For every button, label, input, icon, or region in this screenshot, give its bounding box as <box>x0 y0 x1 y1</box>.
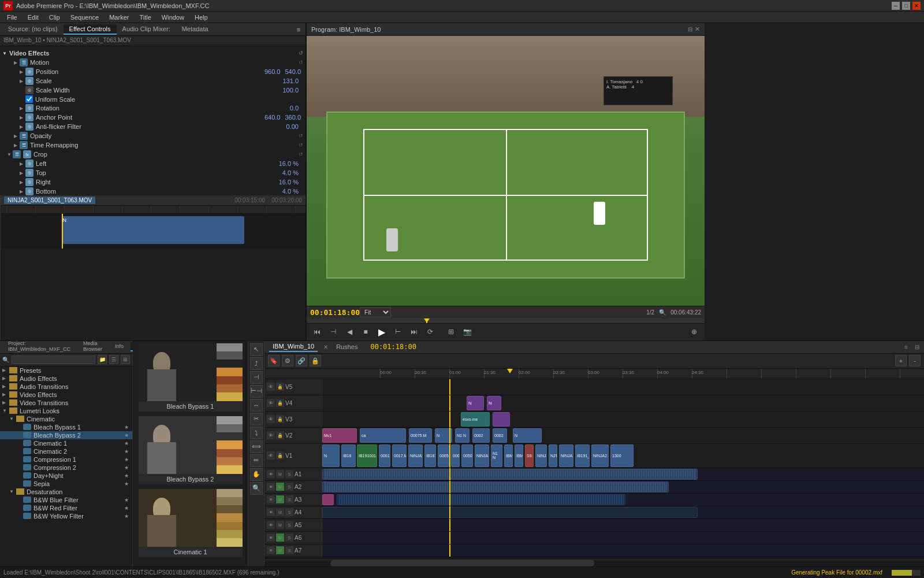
tree-item-video-transitions[interactable]: ▶ Video Transitions <box>0 399 132 407</box>
maximize-button[interactable]: □ <box>902 2 910 10</box>
v3-eye-button[interactable]: 👁 <box>267 415 275 423</box>
bleach-bypass-2-star[interactable]: ★ <box>124 432 130 438</box>
a2-eye-button[interactable]: 👁 <box>267 483 275 491</box>
new-folder-button[interactable]: 📁 <box>98 355 107 364</box>
v4-eye-button[interactable]: 👁 <box>267 399 275 407</box>
v1-clip-15[interactable]: S9:S <box>525 444 534 467</box>
a3-clip[interactable] <box>322 494 334 505</box>
time-remapping-reset[interactable]: ↺ <box>299 142 303 148</box>
a3-s-button[interactable]: S <box>285 495 293 503</box>
selection-tool-button[interactable]: ↖ <box>250 343 263 356</box>
step-back-button[interactable]: ⏮ <box>311 326 323 338</box>
v4-clip-2[interactable]: N <box>487 396 501 410</box>
menu-marker[interactable]: Marker <box>105 13 133 22</box>
a1-audio-clip[interactable] <box>322 469 698 480</box>
bleach-bypass-1-star[interactable]: ★ <box>124 424 130 430</box>
snap-button[interactable]: 🔗 <box>296 355 307 366</box>
v2-eye-button[interactable]: 👁 <box>267 431 275 439</box>
v1-clip-20[interactable]: NINJA2 <box>591 444 609 467</box>
razor-tool-button[interactable]: ✂ <box>250 413 263 425</box>
a6-s-button[interactable]: S <box>285 533 293 542</box>
motion-reset[interactable]: ↺ <box>299 60 303 65</box>
tree-item-compression-1[interactable]: Compression 1 ★ <box>0 455 132 464</box>
v3-lock-button[interactable]: 🔒 <box>276 415 284 423</box>
uniform-scale-checkbox[interactable] <box>25 95 33 103</box>
menu-window[interactable]: Window <box>157 13 189 22</box>
tree-item-bw-red[interactable]: B&W Red Filter ★ <box>0 504 132 512</box>
crop-row[interactable]: ▼ ☰ fx Crop ↺ <box>2 150 303 159</box>
tree-item-audio-effects[interactable]: ▶ Audio Effects <box>0 375 132 383</box>
linked-selection-button[interactable]: 🔒 <box>310 355 321 366</box>
motion-row[interactable]: ▶ ☰ Motion ↺ <box>2 58 303 67</box>
v1-clip-18[interactable]: NINJA2 <box>559 444 573 467</box>
v5-lock-button[interactable]: 🔒 <box>276 383 284 391</box>
tree-item-cinematic-1[interactable]: Cinematic 1 ★ <box>0 439 132 447</box>
v2-clip-3[interactable]: 00075.M <box>409 428 432 443</box>
cinematic-1-star[interactable]: ★ <box>124 440 130 446</box>
bw-blue-star[interactable]: ★ <box>124 497 130 503</box>
menu-clip[interactable]: Clip <box>44 13 65 22</box>
export-frame-button[interactable]: 📷 <box>461 326 473 338</box>
tree-item-cinematic-2[interactable]: Cinematic 2 ★ <box>0 447 132 455</box>
reset-icon[interactable]: ↺ <box>299 50 303 56</box>
position-x[interactable]: 960.0 <box>257 68 280 75</box>
bw-red-star[interactable]: ★ <box>124 505 130 511</box>
v1-clip-13[interactable]: IBM_ <box>504 444 513 467</box>
zoom-in-button[interactable]: + <box>895 355 907 366</box>
tree-item-video-effects[interactable]: ▶ Video Effects <box>0 391 132 399</box>
crop-top-value[interactable]: 4.0 % <box>275 169 299 176</box>
v1-clip-12[interactable]: N1 N <box>491 444 502 467</box>
timeline-ruler[interactable]: 00:00 00:30 01:00 01:30 02:00 02:30 03:0… <box>264 369 924 379</box>
v1-clip-10[interactable]: 0050.MTS[V] <box>461 444 473 467</box>
play-button[interactable]: ▶ <box>376 326 388 338</box>
tab-effect-controls[interactable]: Effect Controls <box>64 24 117 35</box>
tree-item-cinematic[interactable]: ▼ Cinematic <box>0 415 132 423</box>
v1-clip-5[interactable]: 0017.MTS <box>392 444 407 467</box>
a2-audio-clip[interactable] <box>322 481 669 492</box>
a2-s-button[interactable]: S <box>285 483 293 491</box>
hand-tool-button[interactable]: ✋ <box>250 468 263 481</box>
a1-s-button[interactable]: S <box>285 470 293 478</box>
anti-flicker-value[interactable]: 0.00 <box>275 123 299 130</box>
v2-clip-1[interactable]: Mv1 <box>322 428 357 443</box>
v1-clip-17[interactable]: NJT <box>549 444 557 467</box>
loop-button[interactable]: ⟳ <box>424 326 436 338</box>
menu-edit[interactable]: Edit <box>23 13 43 22</box>
slip-tool-button[interactable]: ⤵ <box>250 427 263 439</box>
a7-eye-button[interactable]: 👁 <box>267 546 275 554</box>
a4-m-button[interactable]: M <box>276 508 284 516</box>
v1-clip-9[interactable]: 00002.MT <box>451 444 460 467</box>
track-select-button[interactable]: ⤴ <box>250 357 263 370</box>
tree-item-audio-transitions[interactable]: ▶ Audio Transitions <box>0 383 132 391</box>
day-night-star[interactable]: ★ <box>124 473 130 479</box>
timeline-menu[interactable]: ≡ <box>904 344 908 350</box>
v1-clip-14[interactable]: IBM_ <box>515 444 523 467</box>
tree-item-day-night[interactable]: Day+Night ★ <box>0 472 132 480</box>
sepia-star[interactable]: ★ <box>124 481 130 487</box>
tree-item-compression-2[interactable]: Compression 2 ★ <box>0 464 132 472</box>
v1-clip-1[interactable]: N <box>322 444 340 467</box>
anchor-point-x[interactable]: 640.0 <box>257 114 280 121</box>
v1-clip-21[interactable]: 1300 <box>610 444 634 467</box>
tree-item-presets[interactable]: ▶ Presets <box>0 366 132 375</box>
tab-info[interactable]: Info <box>109 342 129 351</box>
v4-lock-button[interactable]: 🔒 <box>276 399 284 407</box>
a4-s-button[interactable]: S <box>285 508 293 516</box>
v1-clip-19[interactable]: IB191_ <box>575 444 590 467</box>
v3-clip-2[interactable] <box>493 412 510 427</box>
list-view-button[interactable]: ☰ <box>109 355 118 364</box>
add-marker-button[interactable]: 🔖 <box>268 355 280 366</box>
v1-clip-7[interactable]: IB1875 <box>424 444 436 467</box>
a6-eye-button[interactable]: 👁 <box>267 533 275 542</box>
tab-project[interactable]: Project: IBM_Wimbledon_MXF_CC <box>2 339 76 354</box>
a1-m-button[interactable]: M <box>276 470 284 478</box>
v1-clip-4[interactable]: 00017 <box>379 444 390 467</box>
tree-item-bleach-bypass-1[interactable]: Bleach Bypass 1 ★ <box>0 423 132 431</box>
tab-source[interactable]: Source: (no clips) <box>2 24 64 35</box>
rotation-value[interactable]: 0.0 <box>275 105 299 112</box>
position-y[interactable]: 540.0 <box>285 68 301 75</box>
timeline-tab-close[interactable]: ✕ <box>323 344 328 350</box>
effects-search-input[interactable] <box>12 355 95 364</box>
v2-clip-8[interactable]: N <box>513 428 542 443</box>
v1-clip-6[interactable]: NINJA2_S0 <box>408 444 423 467</box>
